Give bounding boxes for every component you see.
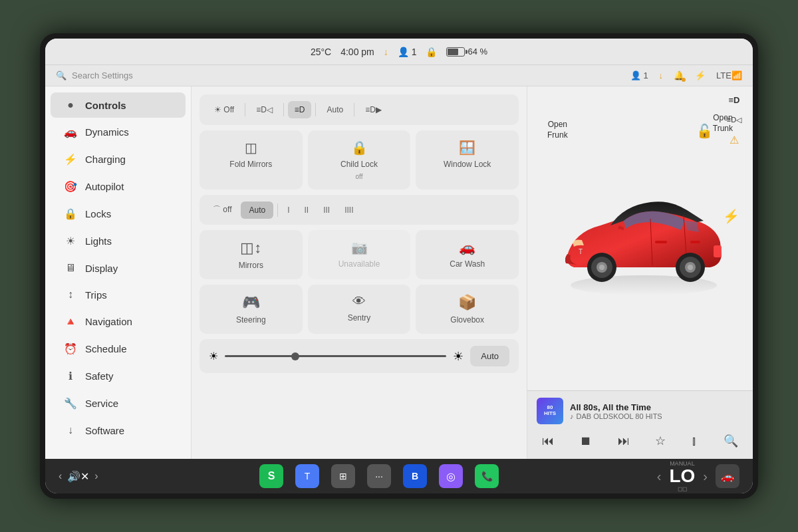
- sidebar-label-schedule: Schedule: [85, 343, 127, 354]
- tiles-icon[interactable]: T: [295, 464, 319, 488]
- sidebar-item-display[interactable]: 🖥 Display: [51, 255, 186, 281]
- sidebar-item-service[interactable]: 🔧 Service: [51, 390, 186, 416]
- bluetooth-icon[interactable]: B: [403, 464, 427, 488]
- trips-icon: ↕: [64, 289, 77, 301]
- wiper-speed-4[interactable]: IIII: [339, 201, 358, 219]
- prev-button[interactable]: ⏮: [537, 432, 559, 451]
- lo-sub: ◻◻: [669, 485, 695, 492]
- sidebar-label-locks: Locks: [85, 208, 111, 219]
- open-frunk-label[interactable]: Open Frunk: [547, 120, 568, 140]
- music-text: All 80s, All the Time ♪ DAB OLDSKOOL 80 …: [570, 402, 743, 420]
- mirrors-label: Mirrors: [239, 261, 263, 270]
- download-header-icon: ↓: [659, 70, 664, 80]
- software-icon: ↓: [64, 424, 77, 436]
- light-full-button[interactable]: ≡D▶: [358, 101, 388, 118]
- steering-icon: 🎮: [242, 294, 260, 311]
- sidebar-item-controls[interactable]: ● Controls: [51, 92, 186, 118]
- light-auto-button[interactable]: Auto: [320, 101, 350, 118]
- music-player: 80HITS All 80s, All the Time ♪ DAB OLDSK…: [527, 390, 753, 459]
- right-panel: ≡D ≡D◁ ⚠ Open Frunk Open Trunk 🔓 ⚡: [527, 86, 753, 459]
- sidebar-label-display: Display: [85, 263, 118, 274]
- divider: [277, 203, 278, 217]
- window-lock-button[interactable]: 🪟 Window Lock: [416, 130, 519, 190]
- grid-icon[interactable]: ⊞: [331, 464, 355, 488]
- vol-prev-button[interactable]: ‹: [59, 470, 62, 482]
- car-wash-button[interactable]: 🚗 Car Wash: [416, 230, 519, 279]
- fold-mirrors-label: Fold Mirrors: [229, 160, 272, 169]
- sentry-button[interactable]: 👁 Sentry: [308, 285, 411, 334]
- window-lock-label: Window Lock: [444, 160, 491, 169]
- glovebox-label: Glovebox: [450, 315, 484, 325]
- spotify-icon[interactable]: S: [259, 464, 283, 488]
- search-bar[interactable]: 🔍 Search Settings: [56, 70, 133, 80]
- search-bar-row: 🔍 Search Settings 👤 1 ↓ 🔔 ⚡ LTE📶: [45, 65, 753, 86]
- child-lock-button[interactable]: 🔒 Child Lock off: [308, 130, 411, 190]
- next-button[interactable]: ⏭: [612, 432, 635, 451]
- person-icon: 👤 1: [630, 70, 648, 80]
- light-off-button[interactable]: ☀ Off: [207, 101, 241, 118]
- lo-display: Manual LO ◻◻: [669, 460, 695, 492]
- star-button[interactable]: ☆: [650, 431, 671, 451]
- headlight-row: ☀ Off ≡D◁ ≡D Auto ≡D▶: [200, 94, 519, 125]
- steering-button[interactable]: 🎮 Steering: [200, 285, 303, 334]
- child-lock-status: off: [356, 173, 363, 180]
- sidebar-item-software[interactable]: ↓ Software: [51, 418, 186, 443]
- trunk-lock-icon: 🔓: [696, 123, 713, 139]
- mirror-icon: ◫: [245, 140, 257, 156]
- music-station: ♪ DAB OLDSKOOL 80 HITS: [570, 412, 743, 420]
- brightness-auto-button[interactable]: Auto: [470, 346, 509, 366]
- navigation-icon: 🔺: [64, 315, 77, 328]
- unavailable-button[interactable]: 📷 Unavailable: [308, 230, 411, 279]
- display-icon: 🖥: [64, 262, 77, 274]
- brightness-row: ☀ ☀ Auto: [200, 339, 519, 373]
- glovebox-icon: 📦: [458, 294, 476, 311]
- sidebar-item-schedule[interactable]: ⏰ Schedule: [51, 336, 186, 362]
- lo-next-button[interactable]: ›: [703, 469, 708, 484]
- high-beam-float-icon[interactable]: ≡D: [724, 92, 745, 108]
- edge-float-icon[interactable]: ≡D◁: [724, 112, 745, 128]
- sidebar-item-safety[interactable]: ℹ Safety: [51, 363, 186, 389]
- wiper-speed-1[interactable]: I: [282, 201, 295, 219]
- glovebox-button[interactable]: 📦 Glovebox: [416, 285, 519, 334]
- sidebar-item-autopilot[interactable]: 🎯 Autopilot: [51, 174, 186, 200]
- lo-prev-button[interactable]: ‹: [657, 469, 662, 484]
- status-bar: 25°C 4:00 pm ↓ 👤 1 🔒 64 %: [45, 39, 753, 65]
- sidebar-item-charging[interactable]: ⚡ Charging: [51, 146, 186, 172]
- search-music-button[interactable]: 🔍: [718, 431, 743, 451]
- wiper-speed-2[interactable]: II: [299, 201, 315, 219]
- light-high-button[interactable]: ≡D: [288, 101, 312, 118]
- stop-button[interactable]: ⏹: [575, 432, 597, 451]
- fold-mirrors-button[interactable]: ◫ Fold Mirrors: [200, 130, 303, 190]
- temperature: 25°C: [311, 47, 331, 57]
- sidebar-label-controls: Controls: [85, 100, 126, 111]
- sidebar-item-locks[interactable]: 🔒 Locks: [51, 201, 186, 227]
- sidebar-item-dynamics[interactable]: 🚗 Dynamics: [51, 119, 186, 145]
- warning-float-icon[interactable]: ⚠: [724, 132, 745, 148]
- taskbar-center: S T ⊞ ··· B ◎ 📞: [125, 464, 633, 488]
- sentry-label: Sentry: [348, 313, 371, 323]
- sidebar: ● Controls 🚗 Dynamics ⚡ Charging 🎯 Autop…: [45, 86, 192, 459]
- sidebar-item-lights[interactable]: ☀ Lights: [51, 228, 186, 254]
- sidebar-item-trips[interactable]: ↕ Trips: [51, 282, 186, 307]
- light-edge-button[interactable]: ≡D◁: [249, 101, 279, 118]
- svg-rect-3: [655, 241, 667, 243]
- float-icons: ≡D ≡D◁ ⚠: [724, 92, 745, 148]
- vol-next-button[interactable]: ›: [94, 470, 98, 482]
- music-controls: ⏮ ⏹ ⏭ ☆ ⫿ 🔍: [537, 430, 743, 452]
- brightness-slider[interactable]: [225, 355, 446, 357]
- phone-icon[interactable]: 📞: [475, 464, 499, 488]
- sidebar-item-navigation[interactable]: 🔺 Navigation: [51, 309, 186, 334]
- wiper-auto-button[interactable]: Auto: [241, 201, 273, 219]
- mirror-lock-row: ◫ Fold Mirrors 🔒 Child Lock off 🪟 Window…: [200, 130, 519, 190]
- more-icon[interactable]: ···: [367, 464, 391, 488]
- car-taskbar-icon[interactable]: 🚗: [716, 464, 739, 488]
- camera-taskbar-icon[interactable]: ◎: [439, 464, 463, 488]
- eq-button[interactable]: ⫿: [686, 432, 703, 451]
- wiper-speed-3[interactable]: III: [318, 201, 335, 219]
- brightness-sun-large-icon: ☀: [453, 349, 464, 364]
- sentry-icon: 👁: [352, 294, 366, 309]
- mirrors-button[interactable]: ◫↕ Mirrors: [200, 230, 303, 279]
- lights-icon: ☀: [64, 235, 77, 247]
- svg-rect-13: [714, 245, 722, 257]
- window-lock-icon: 🪟: [459, 140, 475, 156]
